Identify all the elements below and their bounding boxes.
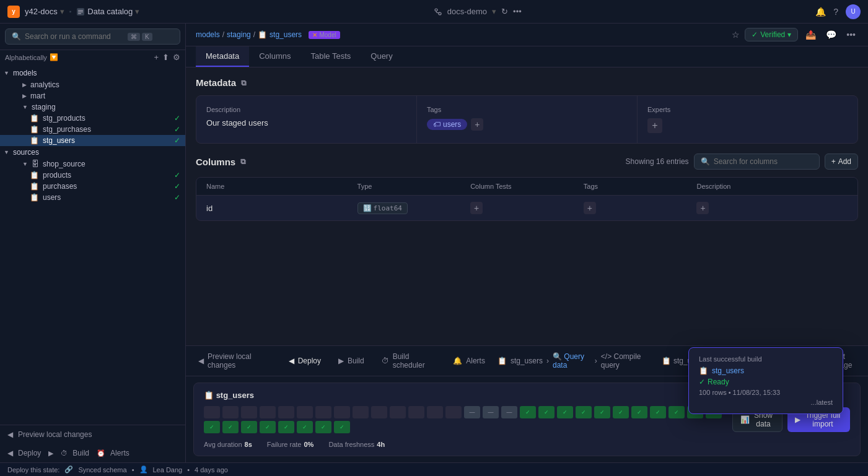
add-column-button[interactable]: + Add bbox=[825, 154, 858, 170]
sidebar-item-preview[interactable]: ◀ Preview local changes bbox=[0, 425, 185, 444]
app-icon: y bbox=[7, 6, 20, 18]
sidebar-item-purchases[interactable]: 📋 purchases ✓ bbox=[0, 181, 185, 192]
check-icon: ✓ bbox=[174, 193, 180, 202]
timeline-bar-check: ✓ bbox=[315, 421, 331, 433]
sidebar-item-analytics[interactable]: ▶ analytics bbox=[0, 79, 185, 90]
meta-card-tags: Tags 🏷 users + bbox=[417, 96, 637, 143]
search-columns-input[interactable] bbox=[714, 157, 813, 166]
sidebar-item-stg-products[interactable]: 📋 stg_products ✓ bbox=[0, 113, 185, 124]
settings-icon[interactable]: ⚙ bbox=[173, 53, 180, 62]
search-columns-box[interactable]: 🔍 bbox=[694, 154, 820, 170]
bottom-tab-preview[interactable]: ◀ Preview local changes bbox=[193, 350, 276, 372]
search-box[interactable]: 🔍 ⌘ K bbox=[5, 28, 180, 45]
breadcrumb-stg-users[interactable]: stg_users bbox=[270, 30, 302, 39]
timeline-row: — — — ✓ ✓ ✓ ✓ ✓ ✓ ✓ ✓ ✓ bbox=[204, 401, 732, 436]
content-header: models / staging / 📋 stg_users ✕ Model ☆… bbox=[186, 24, 868, 46]
svg-rect-3 bbox=[78, 13, 81, 14]
query-data-btn[interactable]: 🔍 Query data bbox=[553, 352, 591, 370]
add-expert-button[interactable]: + bbox=[647, 118, 662, 133]
sidebar-item-sources[interactable]: ▼ sources bbox=[0, 146, 185, 158]
star-button[interactable]: ☆ bbox=[732, 30, 740, 40]
tab-query[interactable]: Query bbox=[361, 46, 402, 67]
sort-label[interactable]: Alphabetically 🔽 bbox=[5, 53, 58, 61]
compile-query-btn[interactable]: </> Compile query bbox=[601, 352, 649, 370]
sidebar-item-products[interactable]: 📋 products ✓ bbox=[0, 170, 185, 181]
app-name: y42-docs ▾ bbox=[25, 7, 64, 16]
db-icon: 🗄 bbox=[32, 160, 39, 168]
sidebar-item-shop-source[interactable]: ▼ 🗄 shop_source bbox=[0, 158, 185, 170]
upload-icon[interactable]: ⬆ bbox=[162, 53, 169, 62]
bell-bottom-icon: 🔔 bbox=[453, 357, 462, 365]
table-icon: 📋 bbox=[30, 182, 39, 191]
copy-icon[interactable]: ⧉ bbox=[241, 79, 247, 87]
sidebar-item-models[interactable]: ▼ models bbox=[0, 67, 185, 79]
build-card-icon: 📋 bbox=[204, 391, 214, 400]
sidebar-item-mart[interactable]: ▶ mart bbox=[0, 90, 185, 102]
play-icon: ▶ bbox=[338, 357, 344, 365]
sidebar-item-users[interactable]: 📋 users ✓ bbox=[0, 192, 185, 203]
more-options-button[interactable]: ••• bbox=[844, 27, 858, 42]
breadcrumb-models[interactable]: models bbox=[196, 30, 220, 39]
sources-section: ▼ sources ▼ 🗄 shop_source 📋 products ✓ 📋… bbox=[0, 146, 185, 203]
bell-icon[interactable]: 🔔 bbox=[815, 7, 826, 17]
chevron-right-icon: ▶ bbox=[22, 82, 27, 88]
chevron-down-icon: ▼ bbox=[4, 149, 9, 155]
verified-badge[interactable]: ✓ Verified ▾ bbox=[745, 28, 798, 41]
table-icon: 📋 bbox=[30, 171, 39, 180]
add-col-tag-button[interactable]: + bbox=[584, 202, 596, 214]
main-content: Metadata ⧉ Description Our staged users … bbox=[186, 67, 868, 345]
sidebar-item-stg-purchases[interactable]: 📋 stg_purchases ✓ bbox=[0, 124, 185, 135]
branch-icon bbox=[434, 7, 442, 16]
add-tag-button[interactable]: + bbox=[471, 118, 483, 131]
comment-button[interactable]: 💬 bbox=[823, 27, 839, 42]
tab-metadata[interactable]: Metadata bbox=[196, 46, 249, 67]
avg-duration-stat: Avg duration 8s bbox=[204, 441, 252, 448]
popup-table-icon: 📋 bbox=[699, 366, 708, 375]
copy-icon-columns[interactable]: ⧉ bbox=[240, 157, 246, 166]
timeline-bar-check: ✓ bbox=[613, 406, 629, 418]
popup-footer: ...latest bbox=[699, 399, 833, 406]
bottom-tab-scheduler[interactable]: ⏱ Build scheduler bbox=[377, 350, 441, 372]
metadata-grid: Description Our staged users Tags 🏷 user… bbox=[196, 95, 858, 144]
build-card-left: 📋 stg_users bbox=[204, 391, 732, 448]
chevron-icon: ◀ bbox=[289, 357, 294, 365]
avatar[interactable]: U bbox=[846, 4, 861, 19]
catalog-icon bbox=[76, 7, 85, 16]
refresh-icon[interactable]: ↻ bbox=[501, 7, 508, 16]
data-freshness-stat: Data freshness 4h bbox=[328, 441, 385, 448]
columns-actions: Showing 16 entries 🔍 + Add bbox=[626, 154, 858, 170]
chevron-right-icon: ▶ bbox=[22, 93, 27, 99]
bottom-tab-build[interactable]: ▶ Build bbox=[333, 354, 369, 368]
sidebar-item-stg-users[interactable]: 📋 stg_users ✓ bbox=[0, 135, 185, 146]
columns-table-header: Name Type Column Tests Tags Description bbox=[196, 178, 857, 196]
breadcrumb-staging[interactable]: staging bbox=[227, 30, 251, 39]
sidebar-item-deploy[interactable]: ◀ Deploy ▶ ⏱ Build ⏰ Alerts bbox=[0, 444, 185, 462]
tab-table-tests[interactable]: Table Tests bbox=[301, 46, 361, 67]
bottom-tab-deploy[interactable]: ◀ Deploy bbox=[284, 354, 326, 368]
add-col-test-button[interactable]: + bbox=[470, 202, 483, 214]
tab-columns[interactable]: Columns bbox=[249, 46, 300, 67]
share-button[interactable]: 📤 bbox=[803, 27, 818, 42]
search-input[interactable] bbox=[25, 32, 124, 41]
description-value: Our staged users bbox=[206, 118, 406, 128]
sidebar-toolbar: Alphabetically 🔽 + ⬆ ⚙ bbox=[0, 50, 185, 64]
more-topbar-icon[interactable]: ••• bbox=[513, 7, 522, 16]
sidebar-search-area: 🔍 ⌘ K bbox=[0, 24, 185, 50]
bottom-tab-alerts[interactable]: 🔔 Alerts bbox=[448, 354, 490, 368]
type-badge: 🔢 float64 bbox=[357, 202, 408, 214]
columns-table: Name Type Column Tests Tags Description … bbox=[196, 177, 858, 221]
status-time: 4 days ago bbox=[195, 466, 228, 474]
check-icon: ✓ bbox=[174, 182, 180, 191]
tag-chip[interactable]: 🏷 users bbox=[427, 119, 467, 130]
models-section: ▼ models ▶ analytics ▶ mart ▼ staging 📋 bbox=[0, 67, 185, 146]
help-icon[interactable]: ? bbox=[833, 7, 838, 17]
meta-card-description: Description Our staged users bbox=[196, 96, 416, 143]
sidebar-item-staging[interactable]: ▼ staging bbox=[0, 102, 185, 113]
metadata-section-header: Metadata ⧉ bbox=[196, 77, 858, 88]
add-col-desc-button[interactable]: + bbox=[696, 202, 709, 214]
check-icon: ✓ bbox=[174, 125, 180, 134]
popup-details: 100 rows • 11/08/23, 15:33 bbox=[699, 389, 833, 396]
add-icon[interactable]: + bbox=[154, 53, 159, 62]
chevron-down-icon: ▾ bbox=[787, 30, 791, 39]
sidebar: 🔍 ⌘ K Alphabetically 🔽 + ⬆ ⚙ bbox=[0, 24, 186, 462]
